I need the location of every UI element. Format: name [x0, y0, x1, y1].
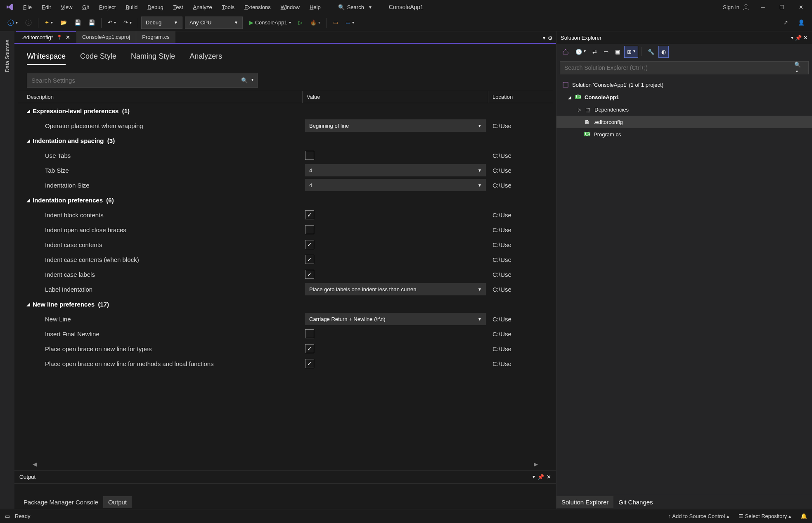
sync-button[interactable]: ⇄	[590, 46, 599, 57]
menu-git[interactable]: Git	[77, 2, 94, 13]
search-settings-input[interactable]	[31, 77, 241, 84]
dropdown[interactable]: Place goto labels one indent less than c…	[305, 283, 486, 295]
style-tab-analyzers[interactable]: Analyzers	[189, 52, 222, 65]
menu-debug[interactable]: Debug	[142, 2, 168, 13]
select-repo-button[interactable]: ☰ Select Repository ▴	[739, 513, 791, 519]
search-icon[interactable]: 🔍	[241, 77, 248, 83]
pin-icon[interactable]: 📌	[795, 35, 802, 41]
file-node-program[interactable]: C# Program.cs	[556, 128, 812, 140]
layout-button[interactable]: ▭▾	[342, 17, 357, 28]
platform-dropdown[interactable]: Any CPU▼	[185, 17, 243, 29]
close-button[interactable]: ✕	[791, 1, 810, 13]
checkbox[interactable]: ✓	[305, 210, 314, 219]
search-menu[interactable]: 🔍 Search ▼	[334, 2, 376, 12]
menu-analyze[interactable]: Analyze	[188, 2, 217, 13]
dropdown[interactable]: 4▼	[305, 179, 486, 191]
checkbox[interactable]: ✓	[305, 344, 314, 353]
checkbox[interactable]	[305, 151, 314, 160]
file-node-editorconfig[interactable]: 🗎 .editorconfig	[556, 116, 812, 128]
account-button[interactable]: 👤	[795, 17, 808, 28]
chevron-down-icon[interactable]: ▾	[251, 77, 253, 83]
menu-test[interactable]: Test	[168, 2, 188, 13]
browse-button[interactable]: ▭	[330, 17, 341, 28]
new-item-button[interactable]: ✦▾	[41, 17, 56, 28]
run-button[interactable]: ▶ ConsoleApp1▾	[246, 17, 294, 28]
solution-explorer-search[interactable]: 🔍▾	[560, 61, 809, 74]
nav-back-button[interactable]: ▾	[4, 17, 21, 29]
style-tab-code-style[interactable]: Code Style	[80, 52, 116, 65]
menu-edit[interactable]: Edit	[37, 2, 56, 13]
scroll-right-icon[interactable]: ▶	[531, 461, 540, 467]
output-dropdown[interactable]: ▾	[533, 474, 535, 480]
save-all-button[interactable]: 💾	[85, 17, 98, 28]
menu-window[interactable]: Window	[276, 2, 305, 13]
dependencies-node[interactable]: ▷ ⬚ Dependencies	[556, 103, 812, 116]
close-output-button[interactable]: ✕	[547, 474, 551, 480]
group-header[interactable]: ◢Indentation and spacing (3)	[18, 133, 553, 148]
undo-button[interactable]: ↶▾	[104, 17, 119, 28]
close-tab-icon[interactable]: ✕	[66, 34, 70, 40]
nav-fwd-button[interactable]	[22, 17, 35, 29]
configure-tabs-button[interactable]: ⚙	[548, 35, 553, 41]
home-button[interactable]	[560, 46, 571, 57]
dropdown[interactable]: Beginning of line▼	[305, 119, 486, 132]
preview-button[interactable]: ◐	[658, 46, 669, 58]
group-header[interactable]: ◢New line preferences (17)	[18, 297, 553, 311]
save-button[interactable]: 💾	[71, 17, 84, 28]
tab-nav-button[interactable]: ▾	[543, 35, 545, 41]
horizontal-scrollbar[interactable]: ◀ ▶	[30, 459, 540, 468]
config-dropdown[interactable]: Debug▼	[141, 17, 182, 29]
tab-ConsoleApp1-csproj[interactable]: ConsoleApp1.csproj	[76, 31, 136, 43]
hot-reload-button[interactable]: 🔥▾	[307, 17, 324, 28]
pin-icon[interactable]: 📍	[57, 35, 62, 40]
search-settings-box[interactable]: 🔍▾	[27, 73, 258, 88]
column-location[interactable]: Location	[488, 91, 553, 103]
tab--editorconfig-[interactable]: .editorconfig*📍✕	[16, 31, 76, 43]
menu-tools[interactable]: Tools	[217, 2, 239, 13]
column-description[interactable]: Description	[18, 91, 303, 103]
run-no-debug-button[interactable]: ▷	[295, 17, 306, 28]
open-folder-button[interactable]: 📂	[57, 17, 70, 28]
column-value[interactable]: Value	[303, 91, 488, 103]
menu-project[interactable]: Project	[94, 2, 121, 13]
style-tab-naming-style[interactable]: Naming Style	[131, 52, 175, 65]
expand-icon[interactable]: ◢	[568, 95, 571, 100]
right-tab-git-changes[interactable]: Git Changes	[613, 496, 658, 508]
style-tab-whitespace[interactable]: Whitespace	[27, 52, 66, 65]
bottom-tab-package-manager-console[interactable]: Package Manager Console	[19, 496, 103, 508]
share-button[interactable]: ↗	[780, 17, 791, 28]
maximize-button[interactable]: ☐	[772, 1, 791, 13]
checkbox[interactable]: ✓	[305, 359, 314, 368]
output-window-icon[interactable]: ▭	[5, 513, 10, 519]
checkbox[interactable]	[305, 225, 314, 234]
show-all-button[interactable]: ▣	[613, 46, 623, 57]
menu-extensions[interactable]: Extensions	[239, 2, 276, 13]
menu-help[interactable]: Help	[305, 2, 326, 13]
bottom-tab-output[interactable]: Output	[103, 496, 132, 508]
history-button[interactable]: 🕓▾	[573, 46, 588, 57]
expand-icon[interactable]: ▷	[578, 107, 581, 112]
checkbox[interactable]: ✓	[305, 240, 314, 249]
tab-Program-cs[interactable]: Program.cs	[136, 31, 175, 43]
checkbox[interactable]: ✓	[305, 255, 314, 264]
pin-icon[interactable]: 📌	[537, 474, 544, 480]
sign-in-button[interactable]: Sign in	[719, 2, 753, 12]
menu-file[interactable]: File	[18, 2, 37, 13]
scroll-left-icon[interactable]: ◀	[30, 461, 39, 467]
checkbox[interactable]: ✓	[305, 270, 314, 279]
menu-view[interactable]: View	[56, 2, 77, 13]
solution-search-input[interactable]	[564, 64, 794, 71]
views-dropdown[interactable]: ▾	[791, 35, 793, 41]
toggle-view-button[interactable]: ⊞▾	[624, 46, 638, 58]
properties-button[interactable]: 🔧	[645, 46, 657, 57]
collapse-button[interactable]: ▭	[601, 46, 611, 57]
bell-icon[interactable]: 🔔	[800, 513, 807, 519]
add-source-control-button[interactable]: ↑ Add to Source Control ▴	[668, 513, 729, 519]
data-sources-tab[interactable]: Data Sources	[4, 35, 10, 77]
close-panel-button[interactable]: ✕	[803, 35, 808, 41]
redo-button[interactable]: ↷▾	[120, 17, 135, 28]
dropdown[interactable]: 4▼	[305, 164, 486, 176]
solution-node[interactable]: Solution 'ConsoleApp1' (1 of 1 project)	[556, 78, 812, 91]
checkbox[interactable]	[305, 329, 314, 338]
project-node[interactable]: ◢ C# ConsoleApp1	[556, 91, 812, 103]
